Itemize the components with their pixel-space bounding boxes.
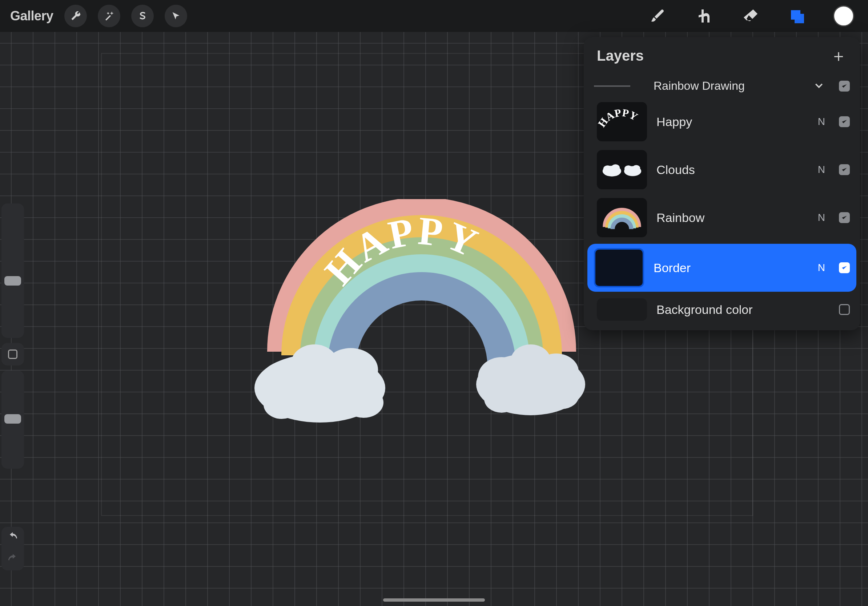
layer-row-background[interactable]: Background color (584, 294, 860, 330)
eraser-tool[interactable] (740, 5, 762, 27)
svg-point-16 (611, 164, 620, 172)
layers-icon (789, 7, 806, 25)
layer-visibility-checkbox[interactable] (839, 164, 850, 175)
cursor-arrow-icon (171, 11, 181, 21)
layer-name: Rainbow (656, 211, 808, 225)
brush-icon (650, 8, 666, 24)
selection-s-icon (137, 11, 147, 21)
svg-point-19 (632, 165, 640, 172)
layer-blend-mode[interactable]: N (818, 116, 825, 128)
layer-visibility-checkbox[interactable] (839, 116, 850, 127)
selection-s-button[interactable] (131, 5, 154, 27)
wand-icon (104, 11, 115, 22)
layer-row-happy[interactable]: HAPPY Happy N (584, 98, 860, 146)
layer-name: Border (654, 261, 808, 275)
home-indicator (383, 598, 485, 601)
wrench-icon (70, 10, 81, 22)
layer-group-header[interactable]: Rainbow Drawing (584, 74, 860, 98)
square-icon (8, 349, 17, 359)
brush-opacity-slider[interactable] (2, 371, 24, 469)
layer-name: Clouds (656, 163, 808, 177)
layer-blend-mode[interactable]: N (818, 262, 825, 274)
gallery-link[interactable]: Gallery (10, 8, 53, 24)
eraser-icon (742, 7, 760, 25)
color-swatch[interactable] (833, 5, 854, 26)
redo-button[interactable] (7, 553, 19, 566)
layer-thumb-clouds (597, 150, 647, 189)
layers-tool[interactable] (787, 5, 808, 27)
layer-row-clouds[interactable]: Clouds N (584, 146, 860, 194)
layer-name: Background color (656, 303, 829, 317)
transform-arrow-button[interactable] (165, 5, 187, 27)
undo-redo-group (2, 527, 24, 570)
group-collapse-handle[interactable] (594, 85, 630, 87)
smudge-icon (696, 7, 713, 25)
redo-icon (7, 553, 19, 564)
top-toolbar: Gallery (0, 0, 868, 32)
layer-visibility-checkbox[interactable] (839, 262, 850, 273)
layer-visibility-checkbox[interactable] (839, 212, 850, 223)
svg-point-15 (603, 165, 612, 173)
layer-group-name: Rainbow Drawing (654, 79, 806, 93)
actions-wrench-button[interactable] (64, 5, 87, 27)
svg-point-18 (625, 165, 632, 172)
svg-text:HAPPY: HAPPY (597, 107, 640, 129)
layers-panel: Layers ＋ Rainbow Drawing HAPPY Happy N (584, 37, 860, 330)
layer-blend-mode[interactable]: N (818, 164, 825, 175)
smudge-tool[interactable] (693, 5, 715, 27)
adjustments-wand-button[interactable] (98, 5, 120, 27)
chevron-down-icon[interactable] (814, 80, 825, 92)
brush-tool[interactable] (647, 5, 669, 27)
layer-name: Happy (656, 115, 808, 129)
layer-blend-mode[interactable]: N (818, 212, 825, 223)
add-layer-button[interactable]: ＋ (830, 47, 847, 64)
layer-thumb-border (594, 248, 644, 288)
left-sidebar (2, 204, 24, 474)
layers-panel-title: Layers (597, 48, 644, 64)
layer-thumb-rainbow (597, 198, 647, 237)
layer-visibility-checkbox[interactable] (839, 304, 850, 315)
layer-thumb-background (597, 298, 647, 321)
modify-button[interactable] (2, 343, 24, 365)
group-visibility-checkbox[interactable] (839, 80, 850, 91)
undo-button[interactable] (7, 531, 19, 544)
brush-size-slider[interactable] (2, 204, 24, 338)
layer-thumb-happy: HAPPY (597, 102, 647, 141)
layer-row-rainbow[interactable]: Rainbow N (584, 194, 860, 241)
layer-row-border[interactable]: Border N (587, 244, 856, 292)
undo-icon (7, 531, 19, 543)
